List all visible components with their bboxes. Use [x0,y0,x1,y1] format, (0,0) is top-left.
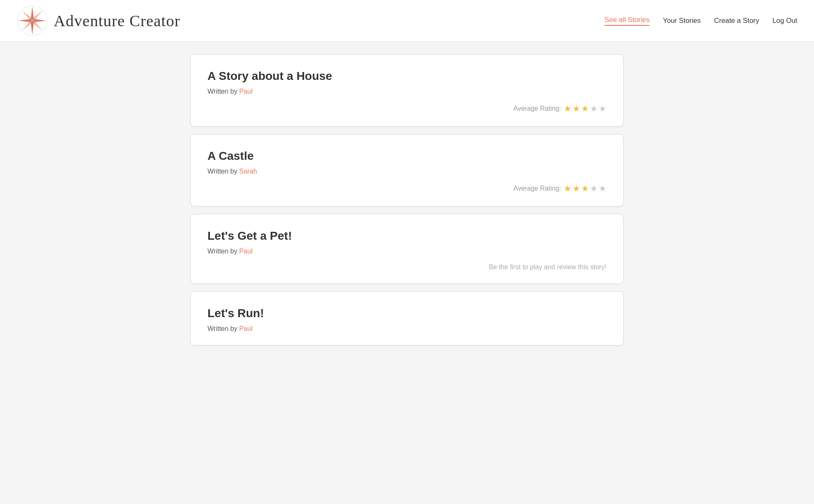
story-card[interactable]: A CastleWritten by SarahAverage Rating:★… [190,134,624,206]
svg-point-9 [30,19,34,22]
story-title: A Story about a House [207,70,607,83]
author-name[interactable]: Paul [239,248,252,255]
story-title: Let's Get a Pet! [207,229,607,243]
author-name[interactable]: Paul [239,325,252,332]
stars-container[interactable]: ★★★★★ [564,104,607,114]
star-empty[interactable]: ★ [590,104,598,114]
rating-label: Average Rating: [514,185,561,192]
story-rating: Average Rating:★★★★★ [207,104,607,114]
compass-logo [17,5,48,36]
story-card[interactable]: A Story about a HouseWritten by PaulAver… [190,54,624,127]
nav-create-story[interactable]: Create a Story [714,17,759,25]
app-title: Adventure Creator [54,12,180,30]
star-empty[interactable]: ★ [599,184,607,194]
rating-label: Average Rating: [514,105,561,112]
story-card[interactable]: Let's Run!Written by Paul [190,291,624,345]
author-name[interactable]: Paul [239,88,252,95]
nav-see-all-stories[interactable]: See all Stories [604,16,649,26]
nav-your-stories[interactable]: Your Stories [663,17,701,25]
story-author: Written by Paul [207,248,607,255]
story-author: Written by Sarah [207,168,607,175]
nav-log-out[interactable]: Log Out [772,17,797,25]
star-filled[interactable]: ★ [564,104,572,114]
star-filled[interactable]: ★ [581,184,589,194]
story-card[interactable]: Let's Get a Pet!Written by PaulBe the fi… [190,214,624,284]
star-empty[interactable]: ★ [599,104,607,114]
star-filled[interactable]: ★ [572,104,580,114]
star-filled[interactable]: ★ [564,184,572,194]
stars-container[interactable]: ★★★★★ [564,184,607,194]
story-title: A Castle [207,149,607,163]
main-nav: See all Stories Your Stories Create a St… [604,16,797,26]
star-filled[interactable]: ★ [572,184,580,194]
star-filled[interactable]: ★ [581,104,589,114]
logo-area: Adventure Creator [17,5,180,36]
story-author: Written by Paul [207,325,607,333]
author-name[interactable]: Sarah [239,168,257,175]
star-empty[interactable]: ★ [590,184,598,194]
stories-list: A Story about a HouseWritten by PaulAver… [174,42,640,365]
story-title: Let's Run! [207,307,607,320]
story-author: Written by Paul [207,88,607,95]
story-rating: Average Rating:★★★★★ [207,184,607,194]
no-review-text: Be the first to play and review this sto… [207,263,607,271]
header: Adventure Creator See all Stories Your S… [0,0,814,42]
